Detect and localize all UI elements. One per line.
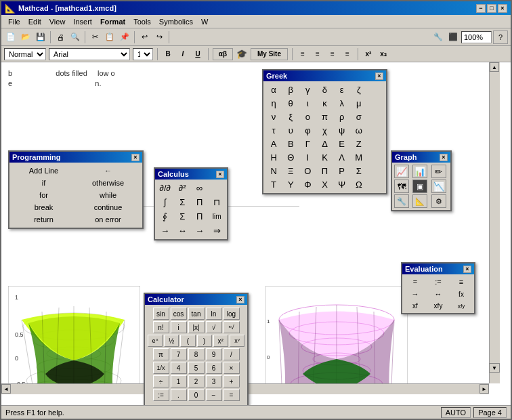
menu-insert[interactable]: Insert — [69, 17, 96, 26]
prog-while[interactable]: while — [77, 190, 140, 201]
calc-sqrt[interactable]: √ — [206, 321, 222, 333]
calc-sum2[interactable]: Σ — [175, 210, 191, 223]
greek-rho[interactable]: ρ — [334, 110, 350, 123]
calculator-close[interactable]: × — [236, 296, 244, 303]
calc-abs[interactable]: |x| — [188, 321, 205, 333]
greek-psi[interactable]: ψ — [334, 124, 350, 137]
paste-button[interactable]: 📌 — [118, 30, 131, 44]
calc-assign[interactable]: := — [153, 389, 169, 401]
graph-icon-6[interactable]: 📉 — [431, 180, 446, 193]
toolbar-icon2[interactable]: ⬛ — [446, 30, 460, 44]
eval-xfy[interactable]: xfy — [427, 301, 449, 311]
calc-xy[interactable]: xʸ — [230, 335, 244, 347]
graph-icon-5[interactable]: ▣ — [412, 180, 427, 193]
menu-tools[interactable]: Tools — [129, 17, 155, 26]
greek-Eta[interactable]: Η — [265, 151, 282, 164]
greek-Omicron[interactable]: Ο — [299, 165, 316, 177]
calc-1[interactable]: 1 — [171, 375, 187, 387]
calc-prod[interactable]: Π — [192, 196, 208, 209]
calc-lparen[interactable]: ( — [180, 335, 195, 347]
calc-log[interactable]: log — [223, 308, 240, 320]
graph-icon-8[interactable]: 📐 — [412, 194, 427, 208]
greek-Delta[interactable]: Δ — [316, 138, 333, 150]
greek-Epsilon[interactable]: Ε — [334, 138, 350, 150]
calc-arrow3[interactable]: → — [192, 224, 208, 237]
scroll-down-arrow[interactable]: ▼ — [489, 363, 500, 373]
scroll-left-arrow[interactable]: ◄ — [1, 384, 11, 394]
calc-half[interactable]: ½ — [164, 335, 179, 347]
calc-arrow4[interactable]: ⇒ — [209, 224, 226, 237]
greek-zeta[interactable]: ζ — [351, 83, 367, 96]
save-button[interactable]: 💾 — [34, 30, 47, 44]
eval-equiv[interactable]: ≡ — [450, 276, 472, 287]
prog-otherwise[interactable]: otherwise — [77, 177, 140, 188]
calc-exp[interactable]: eˣ — [148, 335, 163, 347]
align-btn3[interactable]: ≡ — [326, 48, 339, 60]
calc-partial[interactable]: ∂/∂ — [157, 182, 173, 194]
scrollbar-vertical[interactable]: ▲ ▼ — [489, 62, 500, 383]
greek-xi[interactable]: ξ — [282, 110, 299, 123]
greek-Sigma[interactable]: Σ — [351, 165, 367, 177]
greek-mu[interactable]: μ — [351, 97, 367, 110]
eval-arrow[interactable]: → — [404, 289, 426, 299]
greek-kappa[interactable]: κ — [316, 97, 333, 110]
graph-icon-3[interactable]: ✏ — [431, 165, 446, 178]
greek-beta[interactable]: β — [282, 83, 299, 96]
calc-neg[interactable]: − — [206, 389, 222, 401]
calc-add[interactable]: + — [223, 375, 240, 387]
calc-0[interactable]: 0 — [188, 389, 205, 401]
math-btn2[interactable]: 🎓 — [236, 48, 248, 60]
underline-button[interactable]: U — [192, 48, 204, 60]
calc-4[interactable]: 4 — [171, 362, 187, 374]
greek-Pi[interactable]: Π — [316, 165, 333, 177]
greek-Xi[interactable]: Ξ — [282, 165, 299, 177]
greek-chi[interactable]: χ — [316, 124, 333, 137]
calculus-close[interactable]: × — [216, 171, 224, 178]
greek-omicron[interactable]: ο — [299, 110, 316, 123]
calc-pi[interactable]: π — [153, 348, 169, 360]
prog-arrow[interactable]: ← — [77, 165, 140, 176]
calc-div[interactable]: / — [223, 348, 240, 360]
math-btn3[interactable]: My Site — [251, 48, 288, 60]
greek-upsilon[interactable]: υ — [282, 124, 299, 137]
greek-Zeta[interactable]: Ζ — [351, 138, 367, 150]
greek-delta[interactable]: δ — [316, 83, 333, 96]
calc-mul[interactable]: × — [223, 362, 240, 374]
calc-eq[interactable]: = — [223, 389, 240, 401]
greek-Omega[interactable]: Ω — [351, 178, 367, 191]
evaluation-close[interactable]: × — [463, 266, 471, 273]
greek-Nu[interactable]: Ν — [265, 165, 282, 177]
print-preview-button[interactable]: 🔍 — [68, 30, 82, 44]
cut-button[interactable]: ✂ — [88, 30, 102, 44]
prog-on-error[interactable]: on error — [77, 214, 140, 225]
menu-view[interactable]: View — [45, 17, 70, 26]
bold-button[interactable]: B — [162, 48, 174, 60]
eval-fx[interactable]: fx — [450, 289, 472, 299]
toolbar-icon1[interactable]: 🔧 — [431, 30, 445, 44]
greek-Phi[interactable]: Φ — [299, 178, 316, 191]
zoom-box[interactable]: 100% — [461, 31, 492, 43]
calc-3[interactable]: 3 — [206, 375, 222, 387]
size-select[interactable]: 10 — [133, 48, 153, 60]
greek-lambda[interactable]: λ — [334, 97, 350, 110]
graph-icon-4[interactable]: 🗺 — [394, 180, 409, 193]
menu-format[interactable]: Format — [96, 17, 129, 26]
greek-theta[interactable]: θ — [282, 97, 299, 110]
help-button[interactable]: ? — [493, 30, 508, 44]
greek-Mu[interactable]: Μ — [351, 151, 367, 164]
calc-dot[interactable]: . — [171, 389, 187, 401]
greek-pi[interactable]: π — [316, 110, 333, 123]
print-button[interactable]: 🖨 — [54, 30, 67, 44]
calc-recip[interactable]: 1/x — [153, 362, 169, 374]
prog-for[interactable]: for — [12, 190, 75, 201]
greek-Chi[interactable]: Χ — [316, 178, 333, 191]
calc-prod2[interactable]: Π — [192, 210, 208, 223]
greek-Lambda[interactable]: Λ — [334, 151, 350, 164]
eval-dbl-arrow[interactable]: ↔ — [427, 289, 449, 299]
undo-button[interactable]: ↩ — [137, 30, 151, 44]
prog-return[interactable]: return — [12, 214, 75, 225]
copy-button[interactable]: 📋 — [103, 30, 116, 44]
italic-button[interactable]: I — [177, 48, 189, 60]
calc-sum[interactable]: Σ — [175, 196, 191, 209]
prog-break[interactable]: break — [12, 202, 75, 213]
